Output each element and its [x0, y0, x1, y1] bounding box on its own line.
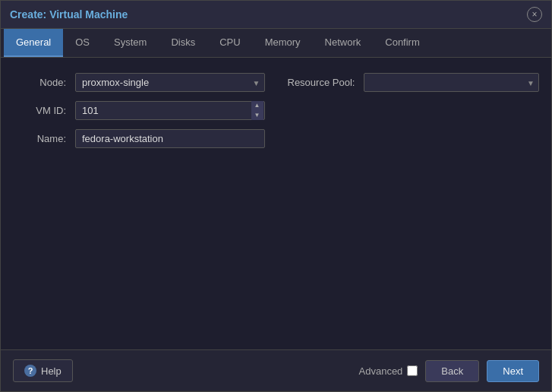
resource-pool-label: Resource Pool: [288, 77, 355, 88]
node-select-wrapper: proxmox-single [75, 73, 265, 92]
vmid-label: VM ID: [13, 105, 66, 116]
help-button[interactable]: ? Help [13, 359, 73, 382]
tab-network[interactable]: Network [313, 29, 374, 57]
tab-bar: General OS System Disks CPU Memory Netwo… [1, 29, 551, 58]
vmid-row: VM ID: ▲ ▼ [13, 101, 265, 120]
vmid-decrement-button[interactable]: ▼ [251, 111, 263, 121]
name-label: Name: [13, 133, 66, 144]
resource-pool-select[interactable] [364, 73, 539, 92]
vmid-spinner-buttons: ▲ ▼ [251, 101, 263, 120]
advanced-section: Advanced [359, 365, 418, 377]
advanced-checkbox[interactable] [407, 365, 418, 376]
form-content: Node: proxmox-single Resource Pool: [1, 58, 551, 349]
name-row: Name: [13, 129, 265, 148]
dialog-title: Create: Virtual Machine [10, 8, 128, 21]
tab-os[interactable]: OS [63, 29, 102, 57]
vmid-input[interactable] [75, 101, 265, 120]
resource-pool-select-wrapper [364, 73, 539, 92]
tab-cpu[interactable]: CPU [207, 29, 252, 57]
node-select[interactable]: proxmox-single [75, 73, 265, 92]
node-row: Node: proxmox-single [13, 73, 265, 92]
footer-left: ? Help [13, 359, 73, 382]
help-label: Help [41, 365, 62, 377]
form-grid: Node: proxmox-single Resource Pool: [13, 73, 539, 148]
tab-system[interactable]: System [102, 29, 159, 57]
tab-disks[interactable]: Disks [159, 29, 207, 57]
name-input[interactable] [75, 129, 265, 148]
tab-confirm[interactable]: Confirm [373, 29, 432, 57]
create-vm-dialog: Create: Virtual Machine × General OS Sys… [0, 0, 552, 392]
advanced-label: Advanced [359, 365, 403, 377]
back-button[interactable]: Back [425, 360, 479, 382]
resource-pool-row: Resource Pool: [288, 73, 540, 92]
title-bar: Create: Virtual Machine × [1, 1, 551, 29]
dialog-footer: ? Help Advanced Back Next [1, 349, 551, 391]
close-button[interactable]: × [527, 7, 542, 22]
footer-right: Advanced Back Next [359, 360, 539, 382]
next-button[interactable]: Next [487, 360, 539, 382]
node-label: Node: [13, 77, 66, 88]
empty-right-vmid [288, 101, 540, 120]
help-icon: ? [24, 365, 36, 377]
tab-general[interactable]: General [4, 29, 63, 57]
tab-memory[interactable]: Memory [253, 29, 313, 57]
vmid-spinner-wrapper: ▲ ▼ [75, 101, 265, 120]
vmid-increment-button[interactable]: ▲ [251, 101, 263, 111]
